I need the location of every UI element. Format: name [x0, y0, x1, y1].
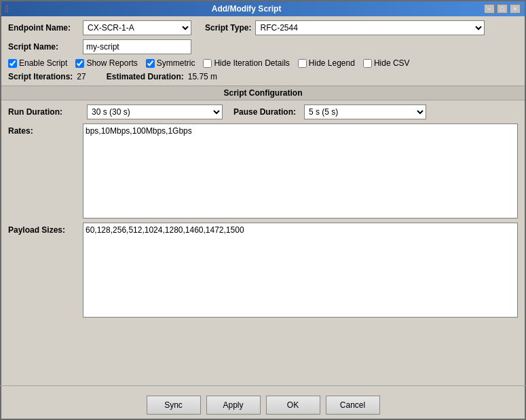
hide-csv-checkbox[interactable]: [363, 59, 372, 68]
rates-textarea[interactable]: bps,10Mbps,100Mbps,1Gbps: [83, 123, 518, 218]
symmetric-checkbox-item: Symmetric: [146, 58, 195, 68]
hide-iteration-checkbox[interactable]: [203, 59, 212, 68]
hide-iteration-checkbox-item: Hide Iteration Details: [203, 58, 289, 68]
minimize-button[interactable]: −: [484, 4, 495, 14]
sync-button[interactable]: Sync: [147, 396, 201, 415]
window-title: Add/Modify Script: [9, 4, 484, 14]
symmetric-label: Symmetric: [157, 58, 195, 68]
rates-row: Rates: bps,10Mbps,100Mbps,1Gbps: [8, 123, 518, 218]
script-iterations-value: 27: [77, 72, 86, 81]
pause-duration-select[interactable]: 5 s (5 s) 10 s (10 s) 30 s (30 s): [304, 104, 426, 119]
info-row: Script Iterations: 27 Estimated Duration…: [8, 72, 518, 81]
ok-button[interactable]: OK: [266, 396, 320, 415]
hide-legend-checkbox[interactable]: [298, 59, 307, 68]
hide-iteration-label: Hide Iteration Details: [214, 58, 289, 68]
script-name-input[interactable]: [83, 39, 191, 54]
script-name-row: Script Name:: [8, 39, 518, 54]
enable-script-checkbox-item: Enable Script: [8, 58, 67, 68]
apply-button[interactable]: Apply: [206, 396, 261, 415]
script-type-label: Script Type:: [205, 23, 251, 33]
hide-legend-checkbox-item: Hide Legend: [298, 58, 355, 68]
button-row: Sync Apply OK Cancel: [1, 390, 525, 419]
script-type-row: Script Type: RFC-2544 RFC-2889 RFC-3511: [205, 20, 518, 35]
show-reports-checkbox[interactable]: [75, 59, 84, 68]
script-type-select[interactable]: RFC-2544 RFC-2889 RFC-3511: [255, 20, 485, 35]
hide-csv-checkbox-item: Hide CSV: [363, 58, 410, 68]
checkboxes-row: Enable Script Show Reports Symmetric Hid…: [8, 58, 518, 68]
title-bar:  Add/Modify Script − □ ×: [1, 1, 525, 16]
enable-script-label: Enable Script: [19, 58, 67, 68]
show-reports-label: Show Reports: [86, 58, 137, 68]
pause-duration-label: Pause Duration:: [233, 107, 296, 117]
endpoint-name-select[interactable]: CX-SCR-1-A CX-SCR-1-B CX-SCR-2-A: [83, 20, 191, 35]
endpoint-name-label: Endpoint Name:: [8, 23, 83, 33]
estimated-duration-label: Estimated Duration:: [107, 72, 184, 81]
symmetric-checkbox[interactable]: [146, 59, 155, 68]
script-config-header: Script Configuration: [1, 85, 525, 100]
payload-sizes-textarea[interactable]: 60,128,256,512,1024,1280,1460,1472,1500: [83, 223, 518, 318]
script-iterations-item: Script Iterations: 27: [8, 72, 86, 81]
payload-sizes-row: Payload Sizes: 60,128,256,512,1024,1280,…: [8, 223, 518, 318]
estimated-duration-item: Estimated Duration: 15.75 m: [107, 72, 217, 81]
script-iterations-label: Script Iterations:: [8, 72, 73, 81]
duration-row: Run Duration: 30 s (30 s) 60 s (60 s) 12…: [8, 104, 518, 119]
payload-sizes-label: Payload Sizes:: [8, 223, 83, 235]
main-content: Endpoint Name: CX-SCR-1-A CX-SCR-1-B CX-…: [1, 16, 525, 381]
title-bar-controls: − □ ×: [484, 4, 521, 14]
hide-csv-label: Hide CSV: [374, 58, 410, 68]
cancel-button[interactable]: Cancel: [326, 396, 380, 415]
hide-legend-label: Hide Legend: [309, 58, 355, 68]
endpoint-script-type-row: Endpoint Name: CX-SCR-1-A CX-SCR-1-B CX-…: [8, 20, 518, 35]
maximize-button[interactable]: □: [497, 4, 508, 14]
enable-script-checkbox[interactable]: [8, 59, 17, 68]
estimated-duration-value: 15.75 m: [188, 72, 217, 81]
show-reports-checkbox-item: Show Reports: [75, 58, 137, 68]
rates-label: Rates:: [8, 123, 83, 136]
run-duration-select[interactable]: 30 s (30 s) 60 s (60 s) 120 s (120 s): [87, 104, 223, 119]
bottom-divider: [0, 385, 526, 386]
run-duration-label: Run Duration:: [8, 107, 83, 117]
main-window:  Add/Modify Script − □ × Endpoint Name:…: [0, 0, 526, 420]
script-name-label: Script Name:: [8, 42, 83, 52]
close-button[interactable]: ×: [510, 4, 521, 14]
